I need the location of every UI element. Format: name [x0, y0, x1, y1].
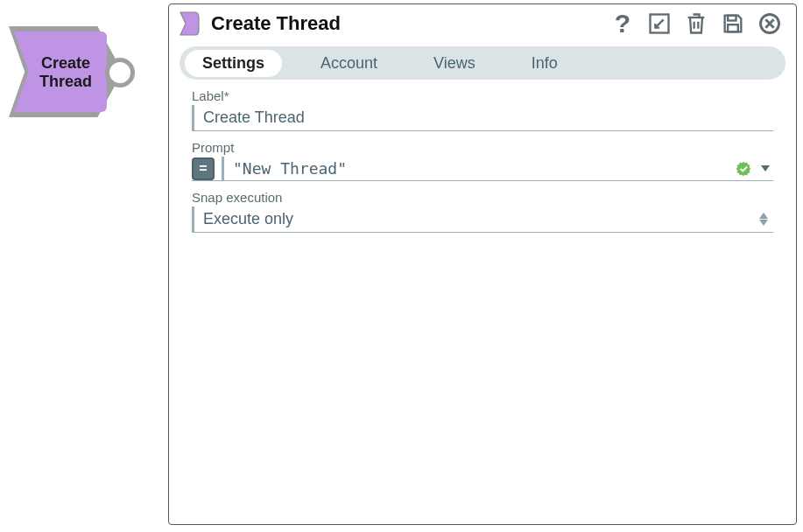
- validated-icon: [735, 160, 752, 178]
- snap-node-label-line1: Create: [41, 54, 90, 72]
- revert-icon: [647, 11, 672, 36]
- prompt-caption: Prompt: [192, 140, 773, 155]
- snap-node-label: Create Thread: [28, 54, 103, 90]
- prompt-input[interactable]: [222, 157, 728, 180]
- revert-button[interactable]: [645, 10, 673, 38]
- equals-icon: =: [199, 161, 207, 177]
- delete-button[interactable]: [682, 10, 710, 38]
- panel-title: Create Thread: [211, 12, 341, 35]
- form-area: Label* Prompt = Snap execution Execute o…: [169, 80, 796, 242]
- expression-toggle-button[interactable]: =: [192, 158, 215, 180]
- chevron-down-icon: [759, 220, 768, 226]
- close-icon: [757, 11, 782, 36]
- tab-bar: Settings Account Views Info: [180, 46, 785, 80]
- snap-execution-caption: Snap execution: [192, 190, 773, 205]
- tab-settings[interactable]: Settings: [185, 50, 282, 77]
- svg-rect-1: [728, 16, 736, 21]
- prompt-field: Prompt =: [192, 140, 773, 181]
- prompt-dropdown-button[interactable]: [761, 165, 770, 172]
- chevron-up-icon: [759, 213, 768, 219]
- help-button[interactable]: ?: [609, 10, 637, 38]
- snap-node[interactable]: Create Thread: [9, 26, 149, 117]
- tab-account[interactable]: Account: [303, 50, 395, 77]
- label-input[interactable]: [192, 105, 773, 131]
- save-icon: [721, 11, 745, 36]
- svg-rect-2: [728, 24, 738, 32]
- tab-views[interactable]: Views: [416, 50, 493, 77]
- save-button[interactable]: [719, 10, 747, 38]
- select-stepper[interactable]: [759, 213, 768, 226]
- settings-panel: Create Thread ?: [168, 4, 797, 525]
- trash-icon: [684, 11, 708, 36]
- panel-header: Create Thread ?: [169, 4, 796, 43]
- snap-execution-value: Execute only: [203, 210, 759, 228]
- snap-type-icon: [178, 10, 202, 37]
- label-field: Label*: [192, 88, 773, 131]
- snap-execution-field: Snap execution Execute only: [192, 190, 773, 233]
- label-caption: Label*: [192, 88, 773, 103]
- snap-node-label-line2: Thread: [39, 73, 92, 90]
- prompt-row: =: [192, 157, 773, 181]
- help-icon: ?: [615, 9, 630, 38]
- snap-execution-select[interactable]: Execute only: [192, 206, 773, 233]
- close-button[interactable]: [756, 10, 784, 38]
- snap-output-connector[interactable]: [105, 58, 135, 88]
- tab-info[interactable]: Info: [514, 50, 575, 77]
